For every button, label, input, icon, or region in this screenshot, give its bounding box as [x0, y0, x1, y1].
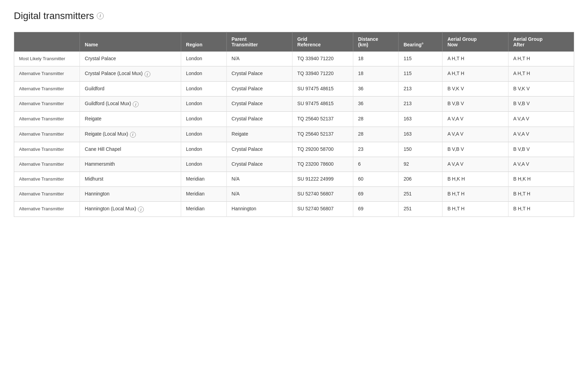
cell-aerial-after: B H,T H: [508, 187, 574, 202]
cell-type: Alternative Transmitter: [14, 66, 80, 82]
cell-aerial-after: A V,A V: [508, 127, 574, 142]
cell-region: London: [181, 157, 227, 172]
cell-region: London: [181, 82, 227, 97]
header-row: Name Region ParentTransmitter GridRefere…: [14, 32, 574, 52]
cell-grid: TQ 33940 71220: [292, 52, 353, 66]
table-row: Alternative TransmitterCane Hill ChapelL…: [14, 142, 574, 157]
cell-distance: 69: [353, 187, 399, 202]
name-info-icon[interactable]: i: [138, 207, 144, 212]
cell-grid: TQ 25640 52137: [292, 127, 353, 142]
cell-bearing: 206: [399, 172, 442, 186]
cell-parent: Crystal Palace: [226, 66, 292, 82]
cell-parent: Crystal Palace: [226, 142, 292, 157]
cell-region: Meridian: [181, 187, 227, 202]
cell-parent: Reigate: [226, 127, 292, 142]
cell-parent: Crystal Palace: [226, 112, 292, 127]
cell-aerial-now: A H,T H: [442, 52, 508, 66]
transmitter-name: Hammersmith: [85, 161, 115, 167]
cell-parent: Crystal Palace: [226, 82, 292, 97]
cell-distance: 18: [353, 66, 399, 82]
cell-type: Alternative Transmitter: [14, 157, 80, 172]
cell-grid: SU 52740 56807: [292, 187, 353, 202]
cell-region: Meridian: [181, 202, 227, 217]
cell-bearing: 150: [399, 142, 442, 157]
cell-name: Reigate: [80, 112, 181, 127]
cell-type: Alternative Transmitter: [14, 202, 80, 217]
col-grid: GridReference: [292, 32, 353, 52]
cell-distance: 60: [353, 172, 399, 186]
cell-region: London: [181, 142, 227, 157]
cell-aerial-now: B V,B V: [442, 97, 508, 112]
table-row: Alternative TransmitterReigateLondonCrys…: [14, 112, 574, 127]
cell-distance: 23: [353, 142, 399, 157]
cell-grid: SU 91222 24999: [292, 172, 353, 186]
cell-aerial-after: B H,K H: [508, 172, 574, 186]
transmitter-name: Hannington (Local Mux): [85, 206, 136, 211]
cell-grid: SU 97475 48615: [292, 97, 353, 112]
cell-type: Alternative Transmitter: [14, 187, 80, 202]
cell-type: Alternative Transmitter: [14, 142, 80, 157]
cell-region: London: [181, 66, 227, 82]
name-info-icon[interactable]: i: [133, 101, 139, 107]
col-bearing: Bearing°: [399, 32, 442, 52]
cell-type: Alternative Transmitter: [14, 172, 80, 186]
cell-region: Meridian: [181, 172, 227, 186]
table-row: Alternative TransmitterGuildford (Local …: [14, 97, 574, 112]
table-row: Alternative TransmitterReigate (Local Mu…: [14, 127, 574, 142]
cell-grid: TQ 33940 71220: [292, 66, 353, 82]
cell-aerial-after: B V,B V: [508, 97, 574, 112]
col-type: [14, 32, 80, 52]
table-row: Alternative TransmitterHannington (Local…: [14, 202, 574, 217]
cell-parent: Crystal Palace: [226, 157, 292, 172]
cell-aerial-now: B H,T H: [442, 202, 508, 217]
cell-parent: N/A: [226, 52, 292, 66]
cell-name: Guildford (Local Mux)i: [80, 97, 181, 112]
cell-bearing: 92: [399, 157, 442, 172]
cell-name: Hannington: [80, 187, 181, 202]
transmitters-table: Name Region ParentTransmitter GridRefere…: [14, 32, 574, 217]
cell-region: London: [181, 97, 227, 112]
table-row: Alternative TransmitterMidhurstMeridianN…: [14, 172, 574, 186]
cell-name: Hammersmith: [80, 157, 181, 172]
cell-aerial-now: B V,K V: [442, 82, 508, 97]
transmitter-name: Hannington: [85, 191, 110, 196]
col-aerial-now: Aerial GroupNow: [442, 32, 508, 52]
cell-distance: 28: [353, 127, 399, 142]
col-name: Name: [80, 32, 181, 52]
table-row: Alternative TransmitterHanningtonMeridia…: [14, 187, 574, 202]
cell-aerial-after: B V,K V: [508, 82, 574, 97]
cell-name: Crystal Palace (Local Mux)i: [80, 66, 181, 82]
cell-region: London: [181, 52, 227, 66]
page-title-text: Digital transmitters: [14, 10, 94, 21]
transmitter-name: Reigate (Local Mux): [85, 131, 128, 137]
table-row: Alternative TransmitterCrystal Palace (L…: [14, 66, 574, 82]
name-info-icon[interactable]: i: [144, 71, 150, 77]
cell-distance: 36: [353, 97, 399, 112]
transmitter-name: Midhurst: [85, 176, 103, 182]
cell-distance: 28: [353, 112, 399, 127]
page-title-info-icon[interactable]: i: [97, 12, 104, 19]
cell-name: Midhurst: [80, 172, 181, 186]
transmitter-name: Guildford: [85, 86, 104, 91]
cell-aerial-after: A V,A V: [508, 157, 574, 172]
cell-bearing: 213: [399, 97, 442, 112]
cell-name: Reigate (Local Mux)i: [80, 127, 181, 142]
cell-bearing: 251: [399, 187, 442, 202]
transmitter-name: Guildford (Local Mux): [85, 101, 131, 106]
cell-parent: N/A: [226, 187, 292, 202]
cell-aerial-after: A H,T H: [508, 52, 574, 66]
col-aerial-after: Aerial GroupAfter: [508, 32, 574, 52]
cell-aerial-now: B H,T H: [442, 187, 508, 202]
col-parent: ParentTransmitter: [226, 32, 292, 52]
col-region: Region: [181, 32, 227, 52]
name-info-icon[interactable]: i: [130, 132, 136, 138]
cell-grid: SU 97475 48615: [292, 82, 353, 97]
cell-type: Alternative Transmitter: [14, 97, 80, 112]
cell-parent: N/A: [226, 172, 292, 186]
cell-bearing: 251: [399, 202, 442, 217]
cell-aerial-after: A V,A V: [508, 112, 574, 127]
cell-distance: 69: [353, 202, 399, 217]
cell-grid: TQ 25640 52137: [292, 112, 353, 127]
cell-bearing: 115: [399, 66, 442, 82]
transmitter-name: Crystal Palace (Local Mux): [85, 71, 142, 76]
